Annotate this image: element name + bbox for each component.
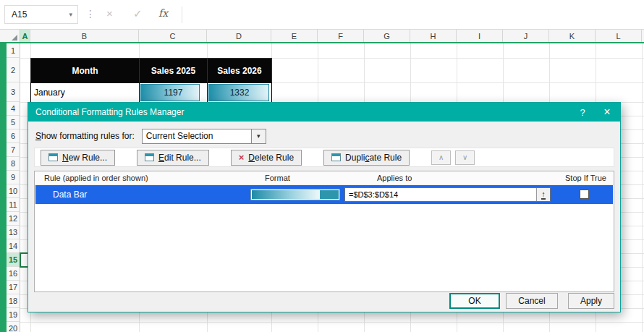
drag-handle-icon: ⋮ <box>85 8 96 20</box>
cell-D3[interactable]: 1332 <box>207 82 272 103</box>
collapse-dialog-icon: ↑ <box>541 190 546 200</box>
cell-value: 1332 <box>230 88 250 98</box>
select-all-icon <box>12 35 17 41</box>
rule-row-data-bar[interactable]: Data Bar =$D$3:$D$14 ↑ <box>35 185 613 204</box>
cancel-button[interactable]: Cancel <box>506 293 558 309</box>
name-box-value: A15 <box>5 9 69 20</box>
col-header-rule: Rule (applied in order shown) <box>44 174 148 182</box>
left-accent-strip <box>0 43 7 332</box>
column-headers: ABCDEFGHIJKL <box>0 30 644 43</box>
stop-if-true-checkbox[interactable] <box>580 190 589 199</box>
cell-value: 1197 <box>164 88 183 98</box>
chevron-down-icon[interactable]: ▾ <box>251 129 266 143</box>
applies-to-value: =$D$3:$D$14 <box>345 190 536 199</box>
insert-function-icon[interactable]: fx <box>158 7 168 19</box>
move-down-button[interactable]: ∨ <box>455 150 475 165</box>
cell-B2[interactable]: Month <box>30 58 140 83</box>
cell-D2[interactable]: Sales 2026 <box>207 58 272 83</box>
column-header-F[interactable]: F <box>318 30 364 42</box>
column-header-H[interactable]: H <box>410 30 457 42</box>
ok-button[interactable]: OK <box>449 293 500 309</box>
column-header-L[interactable]: L <box>596 30 642 42</box>
column-header-D[interactable]: D <box>207 30 271 42</box>
table-icon <box>48 153 58 161</box>
column-header-B[interactable]: B <box>30 30 139 42</box>
move-up-button[interactable]: ∧ <box>431 150 451 165</box>
column-header-G[interactable]: G <box>364 30 410 42</box>
column-header-K[interactable]: K <box>549 30 596 42</box>
gridline <box>20 322 644 323</box>
col-header-applies-to: Applies to <box>377 174 412 182</box>
column-header-A[interactable]: A <box>20 30 30 42</box>
formula-bar: A15 ▾ ⋮ × ✓ fx <box>0 0 644 30</box>
scope-combobox[interactable]: Current Selection ▾ <box>142 129 266 144</box>
dialog-titlebar[interactable]: Conditional Formatting Rules Manager ? × <box>28 103 620 122</box>
dialog-title: Conditional Formatting Rules Manager <box>28 107 571 117</box>
help-button[interactable]: ? <box>571 107 594 118</box>
dialog-body: Show formatting rules for: Current Selec… <box>28 122 620 312</box>
edit-rule-button[interactable]: Edit Rule... <box>137 150 209 166</box>
apply-button[interactable]: Apply <box>568 293 614 309</box>
rules-toolbar: New Rule... Edit Rule... × Delete Rule D… <box>34 148 614 167</box>
cell-B3[interactable]: January <box>30 82 140 103</box>
list-header: Rule (applied in order shown) Format App… <box>35 171 614 185</box>
col-header-stop-if-true: Stop If True <box>565 174 606 182</box>
data-bar-gradient <box>252 190 320 199</box>
scope-value: Current Selection <box>143 131 251 141</box>
scope-row: Show formatting rules for: Current Selec… <box>35 128 266 144</box>
chevron-down-icon: ∨ <box>462 153 467 161</box>
delete-rule-button[interactable]: × Delete Rule <box>231 150 302 166</box>
data-bar-cap <box>320 190 339 199</box>
table-icon <box>145 153 154 161</box>
column-header-I[interactable]: I <box>457 30 503 42</box>
delete-icon: × <box>239 153 245 162</box>
column-header-J[interactable]: J <box>503 30 549 42</box>
select-all-corner[interactable] <box>0 30 20 42</box>
gridline <box>642 43 643 332</box>
formula-input[interactable] <box>182 0 644 28</box>
duplicate-rule-button[interactable]: Duplicate Rule <box>323 150 410 166</box>
applies-to-field[interactable]: =$D$3:$D$14 ↑ <box>344 187 551 202</box>
name-box[interactable]: A15 ▾ <box>4 5 78 24</box>
formula-cancel-icon[interactable]: × <box>106 7 113 20</box>
range-picker-button[interactable]: ↑ <box>536 188 550 201</box>
close-button[interactable]: × <box>594 106 620 119</box>
format-preview <box>250 189 340 200</box>
new-rule-button[interactable]: New Rule... <box>41 150 115 166</box>
table-icon <box>331 153 341 161</box>
column-header-E[interactable]: E <box>271 30 318 42</box>
rule-name: Data Bar <box>53 190 87 200</box>
formula-enter-icon[interactable]: ✓ <box>133 7 143 20</box>
column-header-C[interactable]: C <box>139 30 207 42</box>
chevron-up-icon: ∧ <box>438 153 444 161</box>
col-header-format: Format <box>265 174 290 182</box>
cell-C3[interactable]: 1197 <box>139 82 208 103</box>
cell-C2[interactable]: Sales 2025 <box>139 58 208 83</box>
cf-rules-manager-dialog: Conditional Formatting Rules Manager ? ×… <box>27 102 621 312</box>
show-rules-label: Show formatting rules for: <box>35 131 135 141</box>
dialog-footer: OK Cancel Apply <box>449 293 614 309</box>
name-box-dropdown-icon[interactable]: ▾ <box>69 11 77 18</box>
rules-list: Rule (applied in order shown) Format App… <box>34 171 614 292</box>
